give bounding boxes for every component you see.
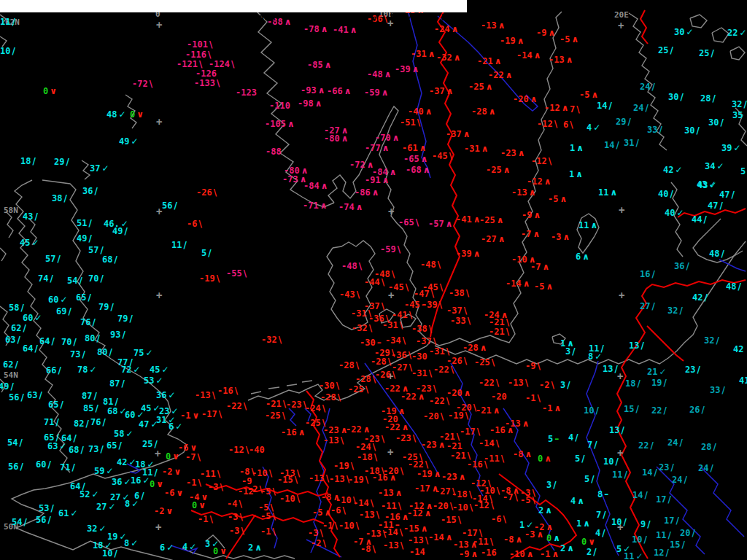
station-value: 6 <box>563 120 568 130</box>
station-report: -8∧ <box>513 450 532 459</box>
tendency-symbol-icon: / <box>23 323 26 333</box>
tendency-symbol-icon: ∧ <box>392 133 400 143</box>
tendency-symbol-icon: \ <box>241 526 244 536</box>
grid-cross: + <box>155 450 160 457</box>
station-report: -6\ <box>187 219 202 228</box>
station-value: -61 <box>402 143 418 153</box>
station-report: -12∧ <box>407 509 431 518</box>
station-report: 49/ <box>112 227 128 236</box>
station-report: 35 <box>732 111 743 120</box>
station-value: 25 <box>699 48 709 58</box>
station-value: 14 <box>604 140 614 150</box>
station-value: 70 <box>61 337 71 347</box>
station-value: -12 <box>527 176 543 187</box>
weather-map-screen: +++++++++++++++++62N58N54N50N010E20E 11/… <box>0 0 747 560</box>
station-value: 11 <box>598 187 608 198</box>
tendency-symbol-icon: / <box>79 276 82 286</box>
station-value: -5 <box>579 90 589 100</box>
border-line <box>617 280 746 559</box>
station-value: 22 <box>651 405 662 416</box>
tendency-symbol-icon: / <box>88 233 91 244</box>
station-value: 5 <box>584 474 589 484</box>
tendency-symbol-icon: \ <box>217 469 220 479</box>
tendency-symbol-icon: \ <box>272 526 275 537</box>
tendency-symbol-icon: ∧ <box>517 36 525 46</box>
station-value: 23 <box>659 462 669 472</box>
station-value: -25 <box>468 82 484 92</box>
station-report: -48∧ <box>367 70 391 79</box>
station-report: 8– <box>597 490 608 499</box>
tendency-symbol-icon: ∧ <box>434 469 441 479</box>
tendency-symbol-icon: \ <box>464 306 467 316</box>
tendency-symbol-icon: / <box>679 306 682 316</box>
station-report: -10\ <box>279 494 300 503</box>
station-report: 57/ <box>88 246 104 254</box>
coast-line <box>251 392 261 394</box>
coast-line <box>287 384 297 386</box>
station-report: 4✓ <box>587 123 600 132</box>
tendency-symbol-icon: \ <box>376 510 379 520</box>
station-report: -20\ <box>423 412 444 421</box>
station-value: -124 <box>209 59 230 69</box>
station-value: -31 <box>464 144 480 154</box>
station-report: -37∧ <box>429 87 453 96</box>
station-report: 71/ <box>44 418 59 427</box>
tendency-symbol-icon: \ <box>451 365 454 375</box>
tendency-symbol-icon: / <box>82 349 85 359</box>
station-report: 11✓ <box>624 552 643 560</box>
tendency-symbol-icon: \ <box>490 537 493 547</box>
station-report: 9/ <box>640 520 651 529</box>
station-value: 29 <box>54 157 64 167</box>
station-value: -22 <box>408 459 424 470</box>
tendency-symbol-icon: / <box>114 548 117 559</box>
station-report: 0∨ <box>166 452 179 461</box>
station-report: -24\ <box>305 404 325 413</box>
station-report: -2∨ <box>154 507 173 516</box>
station-report: 34✓ <box>705 162 724 171</box>
station-value: -13 <box>323 435 339 446</box>
station-value: 0 <box>150 479 155 489</box>
station-report: -14 <box>409 548 425 556</box>
station-value: -21 <box>450 451 466 461</box>
station-value: 19 <box>651 378 662 388</box>
station-value: -15 <box>277 475 293 485</box>
tendency-symbol-icon: \ <box>492 357 495 368</box>
station-report: -22∧ <box>384 423 409 432</box>
station-value: 53 <box>39 503 49 513</box>
station-value: 1 <box>570 143 575 153</box>
tendency-symbol-icon: ∧ <box>545 505 552 516</box>
station-value: -110 <box>269 101 290 111</box>
tendency-symbol-icon: / <box>94 186 97 196</box>
tendency-symbol-icon: / <box>19 438 22 448</box>
station-value: -8 <box>500 486 511 496</box>
tendency-symbol-icon: \ <box>496 378 499 388</box>
station-value: 69 <box>56 306 66 316</box>
station-value: -59 <box>380 244 396 254</box>
tendency-symbol-icon: \ <box>272 511 275 521</box>
tendency-symbol-icon: \ <box>537 361 540 371</box>
station-value: 93 <box>110 330 120 340</box>
station-value: -38 <box>411 324 427 334</box>
station-report: 0∧ <box>546 534 560 542</box>
tendency-symbol-icon: \ <box>525 378 528 388</box>
tendency-symbol-icon: \ <box>365 384 368 394</box>
station-report: -4\ <box>227 499 242 508</box>
station-value: -20 <box>491 392 507 402</box>
station-report: -5∧ <box>560 35 578 44</box>
station-value: -37 <box>429 86 445 96</box>
station-value: -21 <box>266 399 282 409</box>
tendency-symbol-icon: \ <box>506 317 509 327</box>
tendency-symbol-icon: \ <box>231 59 234 69</box>
station-value: -91 <box>365 175 381 185</box>
station-value: 4 <box>587 122 592 133</box>
station-report: -98∧ <box>298 99 322 108</box>
station-value: 60 <box>48 295 58 305</box>
station-report: -14∧ <box>506 279 530 288</box>
tendency-symbol-icon: ✓ <box>89 365 96 375</box>
tendency-symbol-icon: ∧ <box>382 88 389 98</box>
station-value: -25 <box>348 384 364 394</box>
station-value: 39 <box>721 143 732 153</box>
station-value: 30 <box>708 117 719 128</box>
station-value: -20 <box>513 94 529 104</box>
station-report: -14\ <box>479 439 499 448</box>
